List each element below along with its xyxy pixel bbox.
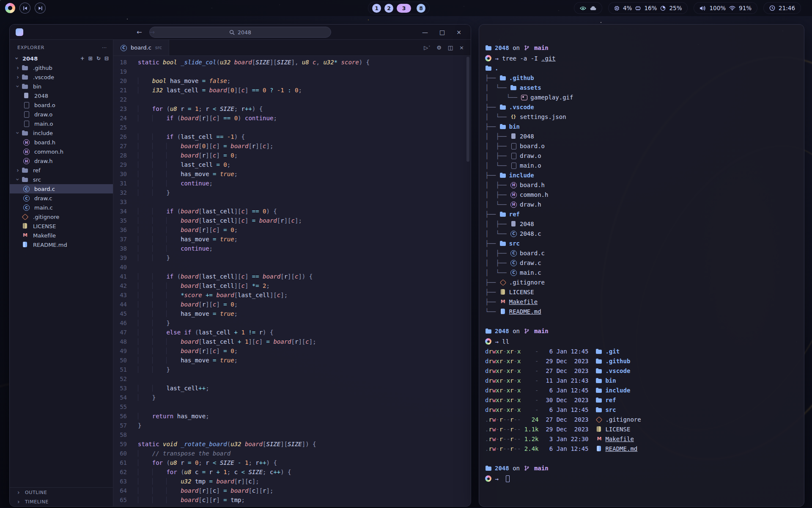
code-line[interactable]: 56 return has_move; <box>113 411 471 421</box>
code-line[interactable]: 34 if (board[last_cell][c] == 0) { <box>113 207 471 216</box>
code-line[interactable]: 41 if (board[last_cell][c] == board[r][c… <box>113 272 471 281</box>
code-line[interactable]: 58 <box>113 430 471 439</box>
settings-icon[interactable]: ⚙ <box>436 44 442 51</box>
code-line[interactable]: 24 if (board[r][c] == 0) continue; <box>113 113 471 123</box>
workspace-1[interactable]: 1 <box>372 4 381 13</box>
code-line[interactable]: 65 board[c][r] = tmp; <box>113 495 471 505</box>
code-line[interactable]: 59static void _rotate_board(u32 board[SI… <box>113 439 471 449</box>
code-line[interactable]: 45 has_move = true; <box>113 309 471 318</box>
code-line[interactable]: 39 } <box>113 253 471 262</box>
code-line[interactable]: 60 // transpose the board <box>113 449 471 458</box>
code-line[interactable]: 31 continue; <box>113 179 471 188</box>
explorer-item-include[interactable]: ›include <box>10 128 113 138</box>
explorer-item-main.c[interactable]: main.c <box>10 203 113 212</box>
code-line[interactable]: 26 if (last_cell == -1) { <box>113 132 471 141</box>
code-line[interactable]: 63 u32 tmp = board[r][c]; <box>113 477 471 486</box>
refresh-icon[interactable]: ↻ <box>96 55 101 61</box>
vscode-titlebar[interactable]: ← → 2048 — □ × <box>10 25 471 40</box>
clock-pill[interactable]: 21:46 <box>763 2 801 14</box>
code-line[interactable]: 48 board[last_cell + 1][c] = board[r][c]… <box>113 337 471 346</box>
code-line[interactable]: 37 has_move = true; <box>113 235 471 244</box>
code-line[interactable]: 49 board[r][c] = 0; <box>113 346 471 356</box>
code-line[interactable]: 36 board[r][c] = 0; <box>113 225 471 235</box>
code-line[interactable]: 23 for (u8 r = 1; r < SIZE; r++) { <box>113 104 471 113</box>
workspace-8[interactable]: 8 <box>417 4 425 13</box>
launcher-gear-icon[interactable] <box>5 3 15 13</box>
explorer-item-Makefile[interactable]: Makefile <box>10 231 113 240</box>
outline-panel[interactable]: › OUTLINE <box>10 488 113 497</box>
timeline-panel[interactable]: › TIMELINE <box>10 497 113 506</box>
code-line[interactable]: 22 <box>113 95 471 104</box>
collapse-icon[interactable]: ⊟ <box>104 55 109 61</box>
audio-network-pill[interactable]: 100% 91% <box>694 2 757 14</box>
code-line[interactable]: 47 else if (last_cell + 1 != r) { <box>113 328 471 337</box>
code-line[interactable]: 46 } <box>113 318 471 328</box>
code-line[interactable]: 57} <box>113 421 471 430</box>
code-line[interactable]: 44 board[r][c] = 0; <box>113 300 471 309</box>
maximize-button[interactable]: □ <box>439 29 445 36</box>
code-line[interactable]: 50 has_move = true; <box>113 356 471 365</box>
explorer-item-main.o[interactable]: main.o <box>10 119 113 128</box>
more-actions-icon[interactable]: ⋯ <box>102 45 107 50</box>
explorer-item-draw.c[interactable]: draw.c <box>10 193 113 203</box>
media-next-button[interactable] <box>35 3 46 14</box>
command-center-search[interactable]: 2048 <box>149 27 331 38</box>
explorer-item-.gitignore[interactable]: .gitignore <box>10 212 113 221</box>
code-line[interactable]: 28 board[r][c] = 0; <box>113 151 471 160</box>
code-line[interactable]: 18static bool _slide_col(u32 board[SIZE]… <box>113 58 471 67</box>
code-line[interactable]: 61 for (u8 r = 0; r < SIZE - 1; r++) { <box>113 458 471 467</box>
code-line[interactable]: 38 continue; <box>113 244 471 253</box>
code-editor[interactable]: 18static bool _slide_col(u32 board[SIZE]… <box>113 56 471 506</box>
minimize-button[interactable]: — <box>422 29 428 36</box>
explorer-item-draw.o[interactable]: draw.o <box>10 110 113 119</box>
media-prev-button[interactable] <box>19 3 30 14</box>
explorer-item-board.c[interactable]: board.c <box>10 184 113 193</box>
code-line[interactable]: 53 last_cell++; <box>113 384 471 393</box>
workspace-2[interactable]: 2 <box>384 4 393 13</box>
terminal-window[interactable]: 2048 on main → tree -a -I .git.├── .gith… <box>479 24 804 507</box>
split-editor-icon[interactable]: ◫ <box>448 44 453 51</box>
explorer-item-draw.h[interactable]: draw.h <box>10 156 113 166</box>
code-line[interactable]: 29 last_cell = 0; <box>113 160 471 169</box>
explorer-item-.vscode[interactable]: ›.vscode <box>10 72 113 82</box>
code-line[interactable]: 54 } <box>113 393 471 402</box>
code-line[interactable]: 33 <box>113 197 471 207</box>
close-button[interactable]: × <box>456 29 461 36</box>
new-folder-icon[interactable]: ⊞ <box>88 55 93 61</box>
explorer-item-board.h[interactable]: board.h <box>10 138 113 147</box>
explorer-root[interactable]: › 2048 +⊞↻⊟ <box>10 54 113 63</box>
explorer-item-src[interactable]: ›src <box>10 175 113 184</box>
vscode-window[interactable]: ← → 2048 — □ × EXPLORER ⋯ › 2048 +⊞↻⊟ ›.… <box>9 24 471 507</box>
code-line[interactable]: 62 for (u8 c = r + 1; c < SIZE; c++) { <box>113 467 471 477</box>
workspace-3[interactable]: 3 <box>397 4 411 13</box>
code-line[interactable]: 43 *score += board[last_cell][c]; <box>113 290 471 300</box>
tab-board-c[interactable]: board.c src <box>113 40 169 55</box>
explorer-item-.github[interactable]: ›.github <box>10 63 113 72</box>
explorer-item-common.h[interactable]: common.h <box>10 147 113 156</box>
run-icon[interactable]: ▷ <box>424 44 430 51</box>
code-line[interactable]: 42 board[last_cell][c] *= 2; <box>113 281 471 290</box>
code-line[interactable]: 30 has_move = true; <box>113 169 471 179</box>
code-line[interactable]: 40 <box>113 262 471 272</box>
code-line[interactable]: 32 } <box>113 188 471 197</box>
back-arrow-icon[interactable]: ← <box>137 28 142 36</box>
new-file-icon[interactable]: + <box>80 55 85 61</box>
code-line[interactable]: 19 <box>113 67 471 76</box>
explorer-item-LICENSE[interactable]: LICENSE <box>10 221 113 231</box>
code-line[interactable]: 55 <box>113 402 471 411</box>
code-line[interactable]: 52 <box>113 374 471 384</box>
editor-scrollbar[interactable] <box>466 57 469 162</box>
tray-pill[interactable] <box>574 2 602 14</box>
explorer-item-ref[interactable]: ›ref <box>10 166 113 175</box>
explorer-item-2048[interactable]: 2048 <box>10 91 113 100</box>
code-line[interactable]: 21 i32 last_cell = board[0][c] == 0 ? -1… <box>113 86 471 95</box>
code-line[interactable]: 27 board[0][c] = board[r][c]; <box>113 141 471 151</box>
explorer-item-board.o[interactable]: board.o <box>10 100 113 110</box>
close-icon[interactable]: × <box>459 44 464 51</box>
explorer-item-bin[interactable]: ›bin <box>10 82 113 91</box>
code-line[interactable]: 20 bool has_move = false; <box>113 76 471 86</box>
code-line[interactable]: 51 } <box>113 365 471 374</box>
code-line[interactable]: 25 <box>113 123 471 132</box>
code-line[interactable]: 35 board[last_cell][c] = board[r][c]; <box>113 216 471 225</box>
system-stats-pill[interactable]: 4% 16% 25% <box>608 2 688 14</box>
